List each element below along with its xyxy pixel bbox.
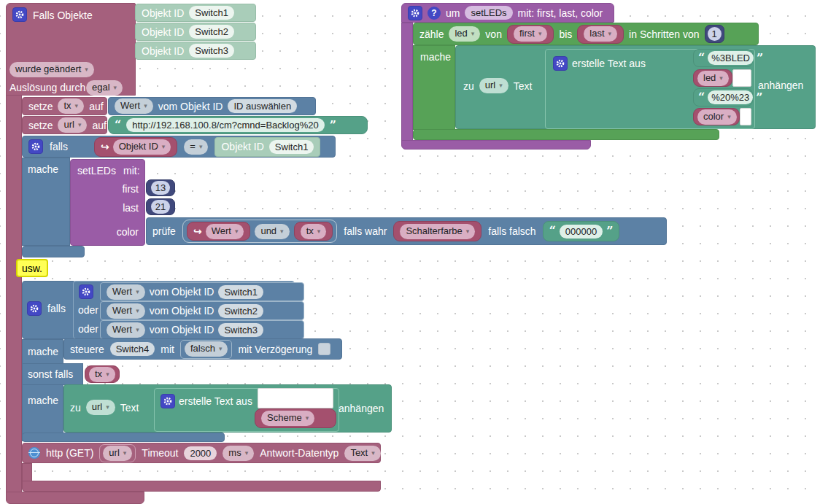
number-block[interactable]: 13 (146, 179, 175, 196)
get-state-value-block[interactable]: Wert vom Objekt ID ID auswählen (108, 97, 316, 115)
state-attr-dropdown[interactable]: Wert (107, 284, 145, 300)
logic-or-block[interactable]: oder oder Wert vom Objekt ID Switch1 Wer… (73, 281, 295, 339)
trigger-block-footer[interactable] (6, 492, 144, 504)
variable-get-block[interactable]: Schalterfarbe (393, 221, 481, 241)
string-field[interactable]: %20%23 (708, 90, 753, 104)
variable-dropdown[interactable]: last (584, 26, 617, 42)
if-block-footer[interactable] (22, 246, 85, 257)
object-id-block[interactable]: Objekt ID Switch1 (135, 4, 256, 22)
gear-icon[interactable] (27, 301, 42, 316)
count-loop-block[interactable]: zähle led von first bis last in Schritte… (413, 23, 759, 45)
variable-dropdown[interactable]: led (697, 71, 729, 86)
variable-dropdown[interactable]: url (479, 78, 508, 93)
if-block-spine[interactable]: mache (22, 158, 70, 246)
string-block[interactable]: http://192.168.100.8/cm?cmnd=Backlog%20 (108, 116, 368, 134)
procedure-name-field[interactable]: setLEDs (465, 6, 512, 20)
boolean-dropdown[interactable]: falsch (185, 341, 228, 357)
response-type-dropdown[interactable]: Text (344, 446, 380, 461)
logic-and-block[interactable]: Wert und tx (182, 220, 337, 243)
state-attr-dropdown[interactable]: Wert (115, 98, 153, 114)
object-id-field[interactable]: Switch4 (110, 342, 155, 356)
control-state-block[interactable]: steuere Switch4 mit falsch mit Verzögeru… (63, 338, 342, 360)
gear-icon[interactable] (408, 6, 422, 20)
logic-op-dropdown[interactable]: und (255, 224, 289, 239)
object-id-block[interactable]: Objekt ID Switch1 (214, 137, 320, 157)
http-block-spine[interactable] (22, 463, 32, 481)
trigger-block-spine[interactable] (6, 95, 22, 493)
compare-op-dropdown[interactable]: = (184, 139, 208, 155)
string-block[interactable]: %20%23 (693, 88, 753, 106)
http-get-block[interactable]: http (GET) url Timeout 2000 ms Antwort-D… (22, 443, 381, 463)
ternary-block[interactable]: prüfe Wert und tx falls wahr Schalterfar… (146, 217, 667, 245)
number-block[interactable]: 1 (705, 25, 724, 43)
variable-dropdown[interactable]: tx (89, 367, 115, 382)
variable-dropdown[interactable]: Wert (206, 224, 244, 239)
gear-icon[interactable] (160, 394, 175, 408)
get-state-value-block[interactable]: Wert vom Objekt ID Switch1 (100, 282, 304, 301)
if-block-header[interactable]: falls (22, 281, 76, 339)
timeout-field[interactable]: 2000 (184, 446, 217, 460)
variable-get-block[interactable]: color (693, 108, 740, 125)
string-field[interactable]: %3BLED (708, 51, 754, 65)
variable-get-block[interactable]: first (507, 25, 554, 44)
gear-icon[interactable] (79, 284, 93, 299)
gear-icon[interactable] (12, 7, 27, 22)
get-state-value-block[interactable]: Wert vom Objekt ID Switch3 (100, 320, 304, 339)
if-block-footer[interactable] (22, 433, 225, 442)
number-field[interactable]: 1 (708, 27, 722, 41)
object-id-picker[interactable]: ID auswählen (228, 99, 297, 113)
comment-block[interactable]: usw. (16, 259, 48, 277)
loop-variable-dropdown[interactable]: led (449, 26, 480, 42)
variable-dropdown[interactable]: Schalterfarbe (400, 224, 475, 239)
set-variable-block[interactable]: setze url auf (22, 116, 107, 134)
change-mode-dropdown[interactable]: wurde geändert (9, 62, 94, 77)
loop-spine[interactable]: mache (413, 45, 455, 130)
number-field[interactable]: 13 (151, 181, 170, 195)
object-id-field[interactable]: Switch2 (189, 25, 234, 39)
empty-value-slot[interactable] (732, 69, 751, 87)
object-id-field[interactable]: Switch3 (189, 44, 234, 58)
variable-dropdown[interactable]: first (514, 26, 547, 42)
object-id-field[interactable]: Switch1 (218, 285, 263, 299)
loop-footer[interactable] (413, 129, 719, 140)
variable-get-block[interactable]: tx (85, 365, 120, 383)
state-attr-dropdown[interactable]: Wert (107, 303, 145, 319)
state-attr-dropdown[interactable]: Wert (107, 322, 145, 338)
variable-get-block[interactable]: Wert (187, 222, 250, 241)
string-block[interactable]: 000000 (543, 221, 620, 241)
empty-value-slot[interactable] (258, 388, 333, 408)
get-state-value-block[interactable]: Wert vom Objekt ID Switch2 (100, 301, 304, 320)
unit-dropdown[interactable]: ms (223, 446, 254, 461)
procedure-def-spine[interactable] (401, 23, 413, 141)
string-field[interactable]: http://192.168.100.8/cm?cmnd=Backlog%20 (126, 118, 324, 132)
delay-checkbox[interactable] (318, 343, 330, 355)
variable-get-block[interactable]: tx (294, 222, 333, 241)
if-block-spine[interactable]: mache mache (22, 339, 63, 441)
string-block[interactable]: %3BLED (693, 49, 753, 67)
trigger-block[interactable]: Falls Objekte wurde geändert Auslösung d… (6, 3, 136, 96)
set-variable-block[interactable]: setze tx auf (22, 97, 107, 115)
gear-icon[interactable] (553, 56, 568, 71)
text-append-block[interactable]: zu url Text erstelle Text aus Scheme anh… (63, 384, 392, 433)
if-block-header[interactable]: falls Objekt ID = Objekt ID Switch1 (22, 136, 336, 158)
help-icon[interactable] (428, 7, 441, 20)
variable-get-block[interactable]: led (693, 69, 732, 87)
variable-get-block[interactable]: Objekt ID (94, 137, 177, 157)
variable-get-block[interactable]: url (99, 444, 136, 462)
object-id-field[interactable]: Switch2 (218, 304, 263, 318)
object-id-field[interactable]: Switch3 (218, 323, 263, 337)
variable-dropdown-tx[interactable]: tx (58, 98, 84, 114)
variable-get-block[interactable]: Scheme (255, 408, 336, 428)
variable-dropdown[interactable]: url (103, 446, 132, 461)
object-id-block[interactable]: Objekt ID Switch3 (135, 42, 256, 60)
gear-icon[interactable] (28, 139, 43, 154)
variable-dropdown[interactable]: Objekt ID (113, 139, 171, 155)
http-block-footer[interactable] (22, 481, 381, 492)
procedure-def-footer[interactable] (401, 140, 591, 150)
object-id-field[interactable]: Switch1 (269, 140, 314, 154)
empty-value-slot[interactable] (740, 108, 751, 125)
logic-boolean-block[interactable]: falsch (180, 340, 233, 359)
number-field[interactable]: 21 (151, 200, 170, 214)
variable-dropdown[interactable]: url (86, 400, 115, 415)
variable-dropdown[interactable]: color (697, 109, 737, 125)
